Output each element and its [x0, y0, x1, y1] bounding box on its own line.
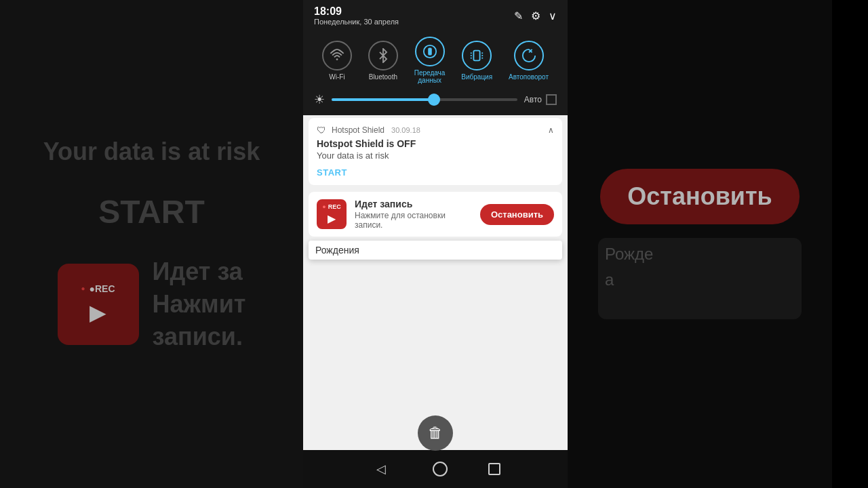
- autocomplete-dropdown: Рождения: [309, 241, 562, 260]
- quick-auto-rotate[interactable]: Автоповорот: [509, 41, 549, 81]
- vibration-label: Вибрация: [461, 73, 492, 81]
- brightness-fill: [332, 98, 434, 101]
- hotspot-shield-notification[interactable]: 🛡 Hotspot Shield 30.09.18 ∧ Hotspot Shie…: [309, 118, 562, 185]
- rec-body: Нажмите для остановки записи.: [355, 211, 472, 230]
- status-left: 18:09 Понедельник, 30 апреля: [314, 5, 399, 26]
- wifi-icon-circle: [322, 41, 352, 70]
- bg-rec-dot: ● ●REC: [81, 283, 115, 294]
- expand-icon[interactable]: ∧: [548, 125, 554, 135]
- wifi-label: Wi-Fi: [329, 73, 344, 81]
- bg-start-label: START: [98, 193, 204, 230]
- autocomplete-text: Рождения: [315, 245, 359, 256]
- status-time: 18:09: [314, 5, 399, 18]
- rec-play-icon: ▶: [328, 212, 336, 225]
- quick-settings-panel: Wi-Fi Bluetooth: [303, 28, 568, 115]
- bluetooth-icon-circle: [368, 41, 398, 70]
- bg-stop-label: Остановить: [600, 169, 799, 224]
- delete-icon: 🗑: [428, 424, 443, 442]
- brightness-thumb[interactable]: [428, 94, 440, 106]
- nav-back-button[interactable]: ◁: [370, 458, 392, 480]
- brightness-slider[interactable]: [332, 98, 517, 101]
- bg-main-text1: Идет за: [153, 258, 246, 286]
- quick-data-transfer[interactable]: Передачаданных: [414, 37, 446, 84]
- quick-icons-row: Wi-Fi Bluetooth: [314, 37, 557, 84]
- bg-card1: Рожде а: [598, 238, 802, 319]
- quick-vibration[interactable]: Вибрация: [461, 41, 492, 81]
- svg-point-0: [336, 58, 338, 60]
- bg-main-text3: записи.: [153, 323, 246, 351]
- bluetooth-label: Bluetooth: [369, 73, 397, 81]
- brightness-auto: Авто: [524, 94, 557, 105]
- notif-app-name: Hotspot Shield: [332, 125, 384, 135]
- rec-stop-button[interactable]: Остановить: [480, 204, 554, 225]
- notif-start-action[interactable]: START: [317, 167, 347, 178]
- rec-content: Идет запись Нажмите для остановки записи…: [355, 199, 472, 230]
- quick-wifi[interactable]: Wi-Fi: [322, 41, 352, 81]
- rec-title: Идет запись: [355, 199, 472, 209]
- collapse-icon[interactable]: ∨: [549, 9, 557, 22]
- bg-risk-text: Your data is at risk: [30, 138, 273, 166]
- navigation-bar: ◁: [303, 450, 568, 488]
- bg-left: Your data is at risk START ● ●REC ▶ Идет…: [0, 0, 303, 488]
- status-icons: ✎ ⚙ ∨: [514, 9, 557, 22]
- bg-right: Остановить Рожде а: [568, 0, 832, 488]
- bg-play-icon: ▶: [90, 300, 106, 325]
- recording-notification[interactable]: ● REC ▶ Идет запись Нажмите для остановк…: [309, 192, 562, 237]
- data-transfer-icon-circle: [415, 37, 445, 66]
- bg-rec-icon: ● ●REC ▶: [58, 264, 139, 345]
- auto-rotate-icon-circle: [514, 41, 544, 70]
- brightness-auto-label: Авто: [524, 95, 542, 104]
- edit-icon[interactable]: ✎: [514, 9, 523, 22]
- delete-fab-container: 🗑: [303, 415, 568, 451]
- notif-title: Hotspot Shield is OFF: [317, 138, 554, 149]
- notifications-area: 🛡 Hotspot Shield 30.09.18 ∧ Hotspot Shie…: [303, 115, 568, 450]
- data-transfer-label: Передачаданных: [414, 69, 446, 84]
- brightness-row: ☀ Авто: [314, 92, 557, 107]
- status-bar: 18:09 Понедельник, 30 апреля ✎ ⚙ ∨: [303, 0, 568, 28]
- brightness-icon: ☀: [314, 92, 325, 107]
- delete-button[interactable]: 🗑: [418, 415, 453, 451]
- phone-overlay: 18:09 Понедельник, 30 апреля ✎ ⚙ ∨: [303, 0, 568, 488]
- brightness-auto-checkbox[interactable]: [546, 94, 557, 105]
- quick-bluetooth[interactable]: Bluetooth: [368, 41, 398, 81]
- bg-rec-area: ● ●REC ▶ Идет за Нажмит записи.: [58, 258, 246, 351]
- notif-header: 🛡 Hotspot Shield 30.09.18 ∧: [317, 125, 554, 136]
- shield-icon: 🛡: [317, 125, 328, 136]
- bg-main-text2: Нажмит: [153, 290, 246, 319]
- settings-icon[interactable]: ⚙: [531, 9, 540, 22]
- notif-time: 30.09.18: [391, 126, 420, 134]
- auto-rotate-label: Автоповорот: [509, 73, 549, 81]
- svg-rect-4: [474, 50, 480, 60]
- status-date: Понедельник, 30 апреля: [314, 18, 399, 26]
- nav-recent-button[interactable]: [488, 463, 500, 475]
- notif-body: Your data is at risk: [317, 150, 554, 161]
- vibration-icon-circle: [462, 41, 492, 70]
- rec-dot-row: ● REC: [322, 203, 340, 210]
- nav-home-button[interactable]: [433, 462, 448, 476]
- rec-app-icon: ● REC ▶: [317, 199, 347, 229]
